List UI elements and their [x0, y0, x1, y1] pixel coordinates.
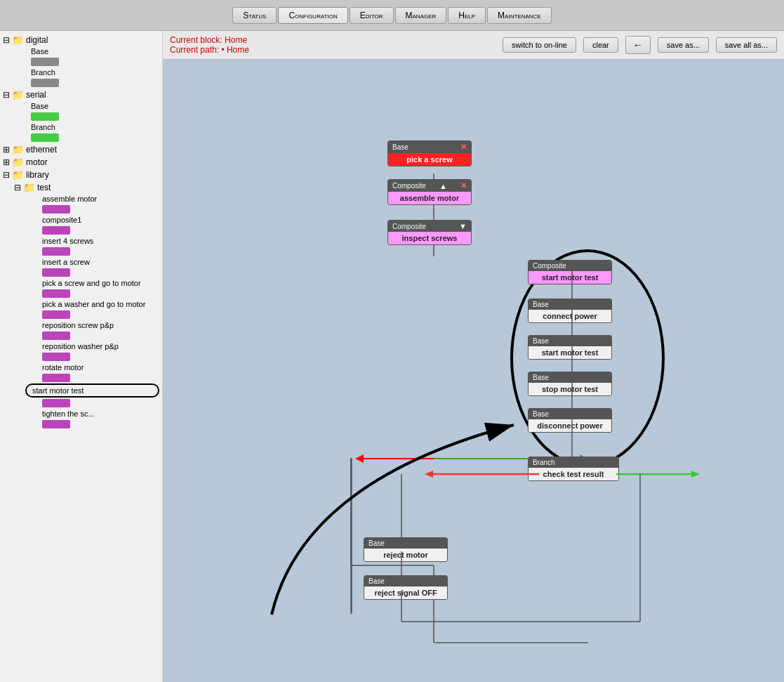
current-info: Current block: Home Current path: • Home [170, 35, 496, 55]
serial-base-color [31, 112, 59, 121]
close-icon[interactable]: ✕ [460, 143, 467, 152]
block-start-motor-composite-header: Composite [529, 261, 611, 271]
block-reject-motor[interactable]: Base reject motor [364, 537, 448, 562]
block-connect-power[interactable]: Base connect power [528, 299, 612, 323]
save-as-button[interactable]: save as... [658, 37, 709, 53]
sidebar-item-serial[interactable]: ⊟ 📁 serial [0, 88, 162, 101]
block-reject-signal-off[interactable]: Base reject signal OFF [364, 575, 448, 600]
block-assemble-motor-body: assemble motor [388, 192, 471, 204]
sidebar-item-digital[interactable]: ⊟ 📁 digital [0, 34, 162, 46]
sidebar-label: ethernet [26, 145, 57, 155]
block-reject-motor-header: Base [364, 538, 447, 549]
folder-icon: 📁 [12, 89, 24, 100]
sidebar-item-reposition-screw[interactable]: reposition screw p&p [22, 320, 162, 330]
dropdown-icon[interactable]: ▼ [459, 222, 467, 230]
block-pick-screw[interactable]: Base ✕ pick a screw [387, 140, 472, 166]
sidebar-item-pick-screw-motor[interactable]: pick a screw and go to motor [22, 278, 162, 288]
main-layout: ⊟ 📁 digital Base Branch ⊟ 📁 serial Base … [0, 31, 784, 682]
subfolder-icon: 📁 [23, 182, 35, 193]
block-inspect-screws-header: Composite ▼ [388, 221, 471, 232]
nav-editor[interactable]: Editor [350, 7, 394, 24]
nav-manager[interactable]: Manager [395, 7, 447, 24]
sidebar-item-composite1[interactable]: composite1 [22, 215, 162, 225]
svg-marker-3 [355, 454, 364, 463]
block-reject-signal-body: reject signal OFF [364, 586, 447, 599]
expand-icon: ⊞ [3, 157, 10, 167]
block-pick-screw-body: pick a screw [388, 153, 471, 166]
switch-online-button[interactable]: switch to on-line [503, 37, 576, 53]
block-connect-power-body: connect power [529, 310, 611, 322]
block-start-motor-test[interactable]: Base start motor test [528, 335, 612, 360]
block-reject-motor-body: reject motor [364, 549, 447, 561]
sidebar-label: digital [26, 35, 48, 45]
block-assemble-motor-header: Composite ▲ ✕ [388, 180, 471, 192]
sidebar-item-rotate-motor[interactable]: rotate motor [22, 362, 162, 372]
clear-button[interactable]: clear [583, 37, 618, 53]
top-navigation: Status Configuration Editor Manager Help… [0, 0, 784, 31]
back-button[interactable]: ← [625, 36, 651, 54]
block-assemble-motor[interactable]: Composite ▲ ✕ assemble motor [387, 179, 472, 205]
sidebar-label: library [26, 170, 49, 180]
block-pick-screw-header: Base ✕ [388, 141, 471, 153]
toolbar: Current block: Home Current path: • Home… [163, 31, 784, 60]
expand-icon: ⊟ [14, 183, 21, 192]
block-disconnect-power-header: Base [529, 409, 611, 419]
sidebar-item-insert-screw[interactable]: insert a screw [22, 257, 162, 267]
start-motor-test-color [42, 399, 70, 407]
sidebar-item-serial-base[interactable]: Base [11, 101, 162, 111]
block-check-result-body: check test result [529, 468, 618, 480]
block-disconnect-power-body: disconnect power [529, 419, 611, 432]
sidebar-item-digital-branch[interactable]: Branch [11, 67, 162, 77]
block-start-motor-test-composite[interactable]: Composite start motor test [528, 260, 612, 284]
svg-rect-6 [351, 459, 352, 613]
reposition-screw-color [42, 332, 70, 340]
block-connect-power-header: Base [529, 299, 611, 310]
sidebar-item-test[interactable]: ⊟ 📁 test [11, 181, 162, 194]
canvas-svg [163, 60, 784, 682]
sidebar-item-assemble-motor[interactable]: assemble motor [22, 194, 162, 204]
tighten-screw-color [42, 420, 70, 428]
block-reject-signal-header: Base [364, 576, 447, 586]
pick-washer-motor-color [42, 310, 70, 319]
block-stop-motor-body: stop motor test [529, 383, 611, 395]
sidebar-item-digital-base[interactable]: Base [11, 46, 162, 56]
save-all-button[interactable]: save all as... [716, 37, 777, 53]
rotate-motor-color [42, 374, 70, 382]
block-stop-motor-test[interactable]: Base stop motor test [528, 372, 612, 396]
nav-help[interactable]: Help [448, 7, 486, 24]
connection-lines-svg [163, 60, 784, 682]
block-start-motor-composite-body: start motor test [529, 271, 611, 284]
folder-icon: 📁 [12, 157, 24, 168]
block-inspect-screws[interactable]: Composite ▼ inspect screws [387, 220, 472, 245]
sidebar-item-insert-4-screws[interactable]: insert 4 screws [22, 236, 162, 246]
sidebar-label: motor [26, 157, 48, 167]
sidebar-label: test [37, 183, 51, 192]
sidebar-item-reposition-washer[interactable]: reposition washer p&p [22, 341, 162, 351]
nav-status[interactable]: Status [232, 7, 277, 24]
up-icon[interactable]: ▲ [439, 182, 447, 190]
current-block-value: Home [225, 35, 247, 45]
sidebar: ⊟ 📁 digital Base Branch ⊟ 📁 serial Base … [0, 31, 163, 682]
folder-icon: 📁 [12, 34, 24, 46]
sidebar-item-tighten-screw[interactable]: tighten the sc... [22, 409, 162, 419]
expand-icon: ⊞ [3, 145, 10, 155]
close-icon[interactable]: ✕ [460, 181, 467, 190]
block-inspect-screws-body: inspect screws [388, 232, 471, 244]
block-disconnect-power[interactable]: Base disconnect power [528, 408, 612, 433]
folder-icon: 📁 [12, 144, 24, 155]
sidebar-item-serial-branch[interactable]: Branch [11, 122, 162, 132]
expand-icon: ⊟ [3, 90, 10, 100]
insert4-color [42, 247, 70, 256]
sidebar-item-start-motor-test-highlight: start motor test [25, 383, 159, 398]
block-check-test-result[interactable]: Branch check test result [528, 457, 619, 481]
sidebar-item-start-motor-test[interactable]: start motor test [29, 386, 155, 395]
sidebar-item-motor[interactable]: ⊞ 📁 motor [0, 156, 162, 169]
nav-configuration[interactable]: Configuration [278, 7, 347, 24]
composite1-color [42, 226, 70, 235]
sidebar-item-library[interactable]: ⊟ 📁 library [0, 169, 162, 181]
sidebar-label: serial [26, 90, 46, 100]
sidebar-item-pick-washer-motor[interactable]: pick a washer and go to motor [22, 299, 162, 309]
sidebar-item-ethernet[interactable]: ⊞ 📁 ethernet [0, 143, 162, 156]
nav-maintenance[interactable]: Maintenance [487, 7, 552, 24]
block-start-motor-header: Base [529, 336, 611, 346]
